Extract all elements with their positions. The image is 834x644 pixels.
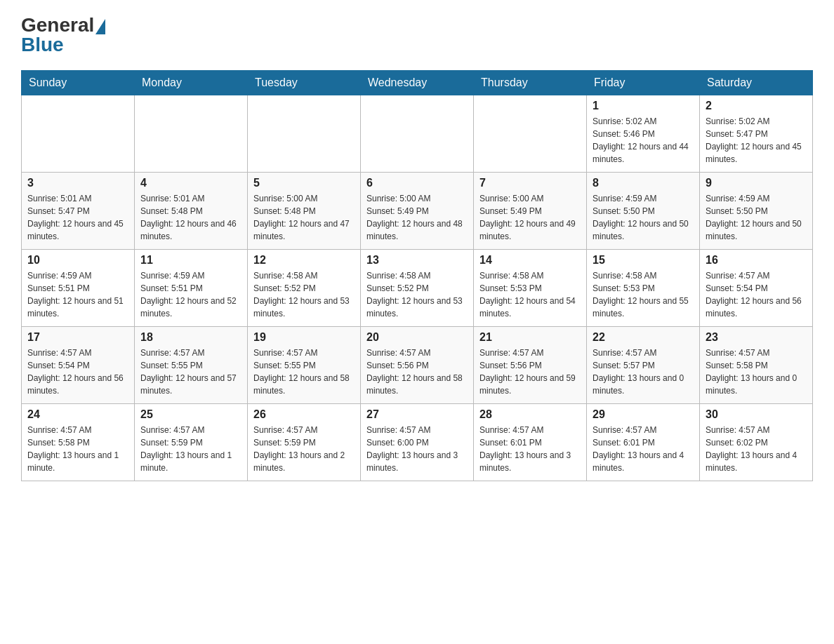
day-number: 13 [366,254,468,267]
calendar-cell: 15Sunrise: 4:58 AM Sunset: 5:53 PM Dayli… [587,250,700,327]
calendar-cell: 28Sunrise: 4:57 AM Sunset: 6:01 PM Dayli… [474,404,587,481]
day-info: Sunrise: 4:57 AM Sunset: 5:54 PM Dayligh… [706,269,807,320]
calendar-table: Sunday Monday Tuesday Wednesday Thursday… [21,70,813,481]
day-info: Sunrise: 4:59 AM Sunset: 5:51 PM Dayligh… [140,269,241,320]
day-number: 30 [706,408,807,421]
day-number: 9 [706,177,807,189]
day-info: Sunrise: 4:57 AM Sunset: 5:57 PM Dayligh… [593,347,694,397]
calendar-cell: 25Sunrise: 4:57 AM Sunset: 5:59 PM Dayli… [135,404,248,481]
calendar-cell: 20Sunrise: 4:57 AM Sunset: 5:56 PM Dayli… [361,327,474,404]
calendar-cell: 4Sunrise: 5:01 AM Sunset: 5:48 PM Daylig… [135,173,248,250]
day-info: Sunrise: 4:57 AM Sunset: 5:56 PM Dayligh… [479,347,581,397]
calendar-cell [474,95,587,173]
calendar-cell [248,95,361,173]
day-info: Sunrise: 4:57 AM Sunset: 5:59 PM Dayligh… [253,424,355,474]
calendar-cell: 11Sunrise: 4:59 AM Sunset: 5:51 PM Dayli… [135,250,248,327]
calendar-cell: 16Sunrise: 4:57 AM Sunset: 5:54 PM Dayli… [700,250,813,327]
day-info: Sunrise: 4:57 AM Sunset: 5:58 PM Dayligh… [27,424,128,474]
calendar-cell: 6Sunrise: 5:00 AM Sunset: 5:49 PM Daylig… [361,173,474,250]
day-info: Sunrise: 4:57 AM Sunset: 5:55 PM Dayligh… [140,347,241,397]
calendar-cell: 27Sunrise: 4:57 AM Sunset: 6:00 PM Dayli… [361,404,474,481]
col-monday: Monday [135,71,248,95]
calendar-cell: 8Sunrise: 4:59 AM Sunset: 5:50 PM Daylig… [587,173,700,250]
col-tuesday: Tuesday [248,71,361,95]
day-info: Sunrise: 4:58 AM Sunset: 5:52 PM Dayligh… [366,269,468,320]
day-number: 19 [253,331,355,344]
calendar-cell [361,95,474,173]
calendar-week-row: 17Sunrise: 4:57 AM Sunset: 5:54 PM Dayli… [22,327,813,404]
calendar-week-row: 3Sunrise: 5:01 AM Sunset: 5:47 PM Daylig… [22,173,813,250]
calendar-cell: 3Sunrise: 5:01 AM Sunset: 5:47 PM Daylig… [22,173,135,250]
day-number: 25 [140,408,241,421]
day-number: 7 [479,177,581,189]
calendar-cell: 9Sunrise: 4:59 AM Sunset: 5:50 PM Daylig… [700,173,813,250]
calendar-week-row: 24Sunrise: 4:57 AM Sunset: 5:58 PM Dayli… [22,404,813,481]
calendar-cell: 5Sunrise: 5:00 AM Sunset: 5:48 PM Daylig… [248,173,361,250]
day-number: 21 [479,331,581,344]
day-number: 22 [593,331,694,344]
day-number: 6 [366,177,468,189]
calendar-cell: 23Sunrise: 4:57 AM Sunset: 5:58 PM Dayli… [700,327,813,404]
calendar-cell: 19Sunrise: 4:57 AM Sunset: 5:55 PM Dayli… [248,327,361,404]
day-number: 29 [593,408,694,421]
calendar-cell: 21Sunrise: 4:57 AM Sunset: 5:56 PM Dayli… [474,327,587,404]
day-info: Sunrise: 4:58 AM Sunset: 5:53 PM Dayligh… [593,269,694,320]
calendar-cell: 10Sunrise: 4:59 AM Sunset: 5:51 PM Dayli… [22,250,135,327]
logo-triangle-icon [95,19,105,34]
day-info: Sunrise: 4:57 AM Sunset: 5:55 PM Dayligh… [253,347,355,397]
day-number: 26 [253,408,355,421]
day-info: Sunrise: 4:59 AM Sunset: 5:50 PM Dayligh… [706,192,807,243]
day-number: 11 [140,254,241,267]
calendar-cell: 14Sunrise: 4:58 AM Sunset: 5:53 PM Dayli… [474,250,587,327]
col-friday: Friday [587,71,700,95]
day-number: 8 [593,177,694,189]
day-number: 10 [27,254,128,267]
day-number: 15 [593,254,694,267]
page-header: General Blue [21,14,813,56]
calendar-cell: 18Sunrise: 4:57 AM Sunset: 5:55 PM Dayli… [135,327,248,404]
col-thursday: Thursday [474,71,587,95]
day-number: 24 [27,408,128,421]
col-wednesday: Wednesday [361,71,474,95]
calendar-cell: 12Sunrise: 4:58 AM Sunset: 5:52 PM Dayli… [248,250,361,327]
day-info: Sunrise: 5:02 AM Sunset: 5:46 PM Dayligh… [593,115,694,166]
day-number: 12 [253,254,355,267]
calendar-cell: 24Sunrise: 4:57 AM Sunset: 5:58 PM Dayli… [22,404,135,481]
day-number: 4 [140,177,241,189]
day-number: 17 [27,331,128,344]
calendar-cell [135,95,248,173]
day-info: Sunrise: 4:59 AM Sunset: 5:50 PM Dayligh… [593,192,694,243]
col-saturday: Saturday [700,71,813,95]
col-sunday: Sunday [22,71,135,95]
day-number: 27 [366,408,468,421]
calendar-cell: 13Sunrise: 4:58 AM Sunset: 5:52 PM Dayli… [361,250,474,327]
calendar-cell: 17Sunrise: 4:57 AM Sunset: 5:54 PM Dayli… [22,327,135,404]
calendar-cell: 22Sunrise: 4:57 AM Sunset: 5:57 PM Dayli… [587,327,700,404]
day-info: Sunrise: 4:57 AM Sunset: 5:56 PM Dayligh… [366,347,468,397]
calendar-cell: 2Sunrise: 5:02 AM Sunset: 5:47 PM Daylig… [700,95,813,173]
day-info: Sunrise: 4:57 AM Sunset: 5:59 PM Dayligh… [140,424,241,474]
day-info: Sunrise: 5:01 AM Sunset: 5:47 PM Dayligh… [27,192,128,243]
day-number: 1 [593,100,694,112]
day-info: Sunrise: 4:57 AM Sunset: 6:00 PM Dayligh… [366,424,468,474]
day-info: Sunrise: 5:00 AM Sunset: 5:48 PM Dayligh… [253,192,355,243]
calendar-cell [22,95,135,173]
calendar-header-row: Sunday Monday Tuesday Wednesday Thursday… [22,71,813,95]
calendar-cell: 7Sunrise: 5:00 AM Sunset: 5:49 PM Daylig… [474,173,587,250]
day-number: 5 [253,177,355,189]
logo-general-text: General [21,14,105,36]
day-number: 16 [706,254,807,267]
day-info: Sunrise: 5:02 AM Sunset: 5:47 PM Dayligh… [706,115,807,166]
day-info: Sunrise: 5:01 AM Sunset: 5:48 PM Dayligh… [140,192,241,243]
day-number: 28 [479,408,581,421]
calendar-cell: 29Sunrise: 4:57 AM Sunset: 6:01 PM Dayli… [587,404,700,481]
logo: General Blue [21,14,105,56]
day-info: Sunrise: 4:57 AM Sunset: 6:02 PM Dayligh… [706,424,807,474]
day-number: 3 [27,177,128,189]
calendar-week-row: 1Sunrise: 5:02 AM Sunset: 5:46 PM Daylig… [22,95,813,173]
day-number: 2 [706,100,807,112]
day-info: Sunrise: 5:00 AM Sunset: 5:49 PM Dayligh… [479,192,581,243]
day-info: Sunrise: 4:58 AM Sunset: 5:53 PM Dayligh… [479,269,581,320]
day-info: Sunrise: 4:58 AM Sunset: 5:52 PM Dayligh… [253,269,355,320]
day-number: 20 [366,331,468,344]
